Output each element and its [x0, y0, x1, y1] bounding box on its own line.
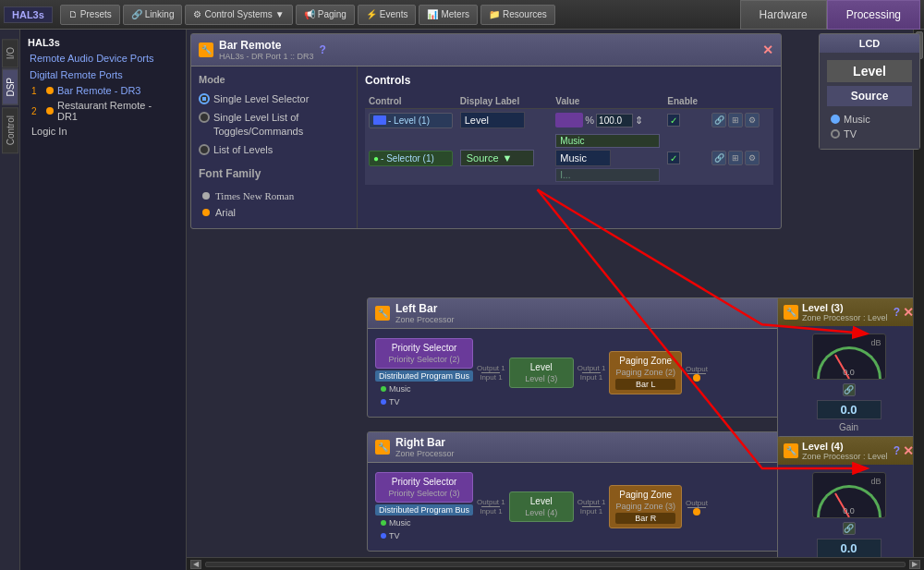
level-gauge-1-icon: 🔧: [784, 305, 798, 320]
events-button[interactable]: ⚡ Events: [358, 5, 417, 25]
app-nav-title: HAL3s: [24, 35, 182, 50]
level-control[interactable]: - Level (1): [369, 113, 453, 128]
dsp-tab[interactable]: DSP: [2, 69, 18, 105]
close-icon[interactable]: ✕: [762, 43, 773, 56]
lcd-tv-label: TV: [844, 128, 857, 139]
io-tab[interactable]: I/O: [2, 39, 18, 67]
priority-selector-proc[interactable]: Priority Selector Priority Selector (2): [375, 338, 473, 369]
right-priority-selector-proc[interactable]: Priority Selector Priority Selector (3): [375, 472, 473, 503]
main-layout: I/O DSP Control HAL3s Remote Audio Devic…: [0, 30, 924, 570]
linking-label: Linking: [145, 9, 175, 19]
gauge-value-input-2[interactable]: [817, 539, 881, 558]
right-input2-label: Input 1: [580, 507, 602, 515]
nav-digital-remote[interactable]: Digital Remote Ports: [24, 67, 182, 83]
percent-sign: %: [585, 115, 594, 126]
nav-num-2: 2: [31, 106, 43, 116]
lcd-header: LCD: [820, 34, 919, 53]
right-bar-icon: 🔧: [375, 440, 390, 455]
controls-table: Control Display Label Value Enable: [365, 94, 773, 185]
nav-num-1: 1: [31, 86, 43, 96]
music-tv-options: Music I...: [555, 134, 660, 182]
nav-remote-audio[interactable]: Remote Audio Device Ports: [24, 50, 182, 67]
gauge2-link-icon[interactable]: 🔗: [843, 522, 856, 535]
scroll-left-btn[interactable]: ◀: [190, 560, 201, 569]
gauge2-help-icon[interactable]: ?: [894, 444, 900, 457]
presets-button[interactable]: 🗋 Presets: [60, 5, 120, 25]
processing-button[interactable]: Processing: [827, 0, 920, 30]
level-value-input[interactable]: [596, 114, 633, 127]
presets-label: Presets: [80, 9, 112, 19]
lcd-radio-tv[interactable]: TV: [827, 127, 912, 141]
help-icon[interactable]: ?: [320, 43, 326, 56]
right-level-proc[interactable]: Level Level (4): [509, 491, 574, 522]
level-enable-check[interactable]: ✓: [667, 114, 680, 127]
scroll-right-btn[interactable]: ▶: [909, 560, 920, 569]
mode-section: Mode Single Level Selector Single Level …: [191, 67, 358, 228]
bar-remote-breadcrumb: HAL3s - DR Port 1 :: DR3: [219, 52, 314, 61]
source-dropdown[interactable]: Source ▼: [460, 150, 534, 166]
gauge-db-1: dB: [870, 338, 881, 347]
control-tab[interactable]: Control: [2, 107, 18, 153]
font-times[interactable]: Times New Roman: [199, 188, 349, 204]
level-gauge-2-header: 🔧 Level (4) Zone Processor : Level ? ✕: [778, 437, 919, 465]
tv-input[interactable]: [555, 150, 611, 166]
right-paging-zone-proc[interactable]: Paging Zone Paging Zone (3) Bar R: [609, 485, 682, 528]
settings-icon[interactable]: ⚙: [745, 113, 760, 127]
resources-icon: 📁: [489, 9, 500, 19]
selector-link-icon[interactable]: 🔗: [711, 151, 726, 165]
col-extra: [708, 94, 773, 109]
content-area: 🔧 Bar Remote HAL3s - DR Port 1 :: DR3 ? …: [187, 30, 924, 570]
right-level-proc-block: Level Level (4): [509, 491, 574, 522]
selector-control-label: - Selector (1): [381, 153, 434, 164]
col-control: Control: [365, 94, 456, 109]
selector-enable-check[interactable]: ✓: [667, 152, 680, 164]
level-arrows-icon: ⇕: [635, 115, 643, 127]
nav-tree: HAL3s Remote Audio Device Ports Digital …: [20, 30, 187, 570]
left-bar-subtitle: Zone Processor: [395, 315, 455, 324]
level-display-input[interactable]: Level: [460, 112, 525, 128]
selector-settings-icon[interactable]: ⚙: [745, 151, 760, 165]
music-option[interactable]: Music: [555, 134, 660, 148]
level-value-purple: [555, 113, 583, 127]
lcd-radio-music[interactable]: Music: [827, 112, 912, 127]
selector-control[interactable]: ● - Selector (1): [369, 151, 453, 166]
grid-icon[interactable]: ⊞: [728, 113, 743, 127]
radio-toggles[interactable]: Single Level List of Toggles/Commands: [199, 111, 349, 138]
lcd-radio-tv-circle: [831, 129, 840, 139]
right-paging-zone-block: Paging Zone Paging Zone (3) Bar R: [609, 485, 682, 528]
font-family-section: Font Family Times New Roman Arial: [199, 167, 349, 221]
gauge-value-input-1[interactable]: [817, 400, 881, 419]
next-option: I...: [555, 168, 660, 182]
paging-zone-proc[interactable]: Paging Zone Paging Zone (2) Bar L: [609, 351, 682, 394]
control-systems-button[interactable]: ⚙ Control Systems ▼: [185, 5, 292, 25]
resources-button[interactable]: 📁 Resources: [480, 5, 555, 25]
nav-label-2: Restaurant Remote - DR1: [57, 100, 175, 122]
meters-button[interactable]: 📊 Meters: [419, 5, 478, 25]
lcd-radio-music-circle: [831, 115, 840, 124]
scroll-track-h[interactable]: [205, 562, 906, 567]
lcd-source-display: Source: [827, 86, 912, 106]
music-dot-icon: [381, 386, 386, 392]
paging-button[interactable]: 📢 Paging: [296, 5, 355, 25]
hardware-button[interactable]: Hardware: [740, 0, 827, 30]
nav-dot-1: [46, 87, 54, 94]
selector-grid-icon[interactable]: ⊞: [728, 151, 743, 165]
gauge1-help-icon[interactable]: ?: [894, 306, 900, 319]
events-icon: ⚡: [366, 9, 377, 19]
radio-list-levels[interactable]: List of Levels: [199, 143, 349, 156]
nav-item-1[interactable]: 1 Bar Remote - DR3: [24, 83, 182, 98]
tv-bus: TV: [381, 397, 468, 406]
bar-r-label: Bar R: [615, 513, 675, 524]
radio-single-level[interactable]: Single Level Selector: [199, 92, 349, 105]
paging-label: Paging: [318, 9, 346, 19]
linking-button[interactable]: 🔗 Linking: [123, 5, 183, 25]
link-icon[interactable]: 🔗: [711, 113, 726, 127]
font-arial[interactable]: Arial: [199, 204, 349, 221]
paging-zone-title: Paging Zone: [615, 356, 675, 366]
font-family-title: Font Family: [199, 167, 349, 180]
nav-item-2[interactable]: 2 Restaurant Remote - DR1: [24, 98, 182, 124]
nav-logic-in[interactable]: Logic In: [24, 124, 182, 139]
presets-icon: 🗋: [68, 9, 78, 19]
level-proc[interactable]: Level Level (3): [509, 358, 574, 388]
gauge1-link-icon[interactable]: 🔗: [843, 383, 856, 396]
